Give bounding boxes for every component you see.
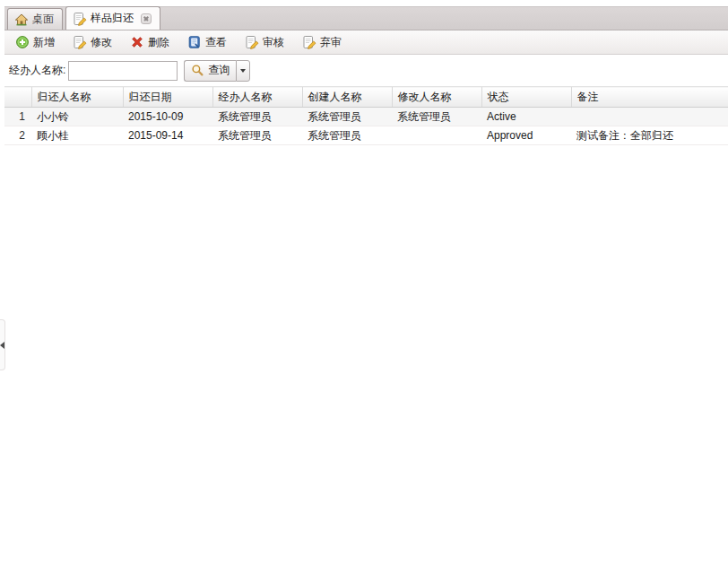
- close-icon[interactable]: [141, 13, 152, 24]
- cell-returner-name: 小小铃: [31, 108, 123, 126]
- home-icon: [14, 13, 29, 27]
- audit-icon: [245, 35, 259, 49]
- search-bar: 经办人名称: 查询: [4, 55, 728, 86]
- cell-modifier-name: 系统管理员: [392, 108, 481, 126]
- cell-handler-name: 系统管理员: [212, 126, 302, 145]
- query-button[interactable]: 查询: [184, 60, 236, 82]
- row-number: 2: [4, 126, 31, 145]
- add-icon: [15, 35, 30, 49]
- tab-desktop[interactable]: 桌面: [7, 8, 63, 30]
- cell-remarks: [571, 108, 728, 126]
- search-icon: [191, 64, 204, 77]
- tab-sample-return[interactable]: 样品归还: [65, 6, 160, 30]
- query-split-button: 查询: [184, 60, 250, 82]
- main-panel: 桌面 样品归还: [4, 6, 728, 145]
- cell-creator-name: 系统管理员: [302, 108, 392, 126]
- unaudit-button[interactable]: 弃审: [299, 33, 344, 52]
- tab-sample-return-label: 样品归还: [91, 11, 134, 26]
- view-button[interactable]: 查看: [185, 33, 230, 52]
- cell-remarks: 测试备注：全部归还: [571, 126, 728, 145]
- edit-icon: [73, 35, 87, 49]
- delete-button[interactable]: 删除: [127, 33, 172, 52]
- column-header-remarks[interactable]: 备注: [571, 87, 728, 108]
- cell-return-date: 2015-09-14: [123, 126, 212, 145]
- row-number-header[interactable]: [4, 87, 31, 108]
- cell-modifier-name: [392, 126, 481, 145]
- row-number: 1: [4, 108, 31, 126]
- west-region-splitter[interactable]: [0, 319, 5, 370]
- edit-page-icon: [73, 12, 87, 26]
- table-row[interactable]: 1 小小铃 2015-10-09 系统管理员 系统管理员 系统管理员 Activ…: [4, 108, 728, 126]
- add-button-label: 新增: [33, 35, 55, 50]
- column-header-creator-name[interactable]: 创建人名称: [302, 87, 392, 108]
- cell-status: Approved: [481, 126, 571, 145]
- column-header-handler-name[interactable]: 经办人名称: [212, 87, 302, 108]
- chevron-down-icon: [240, 69, 246, 73]
- edit-button-label: 修改: [91, 35, 112, 50]
- table-header-row: 归还人名称 归还日期 经办人名称 创建人名称 修改人名称 状态 备注: [4, 87, 728, 108]
- cell-creator-name: 系统管理员: [302, 126, 392, 145]
- column-header-status[interactable]: 状态: [481, 87, 571, 108]
- view-button-label: 查看: [205, 35, 227, 50]
- cell-return-date: 2015-10-09: [123, 108, 212, 126]
- toolbar: 新增 修改 删除: [4, 30, 728, 55]
- add-button[interactable]: 新增: [13, 33, 57, 52]
- collapse-left-icon: [0, 342, 4, 349]
- cell-returner-name: 顾小桂: [31, 126, 123, 145]
- column-header-returner-name[interactable]: 归还人名称: [31, 87, 123, 108]
- sample-return-grid: 归还人名称 归还日期 经办人名称 创建人名称 修改人名称 状态 备注 1 小小铃…: [4, 86, 728, 145]
- table-row[interactable]: 2 顾小桂 2015-09-14 系统管理员 系统管理员 Approved 测试…: [4, 126, 728, 145]
- column-header-modifier-name[interactable]: 修改人名称: [392, 87, 481, 108]
- edit-button[interactable]: 修改: [70, 33, 115, 52]
- unaudit-button-label: 弃审: [320, 35, 342, 50]
- view-icon: [187, 35, 202, 49]
- sample-return-table: 归还人名称 归还日期 经办人名称 创建人名称 修改人名称 状态 备注 1 小小铃…: [4, 86, 728, 145]
- cell-status: Active: [481, 108, 571, 126]
- query-button-label: 查询: [208, 63, 230, 78]
- tab-bar: 桌面 样品归还: [4, 6, 728, 30]
- audit-button-label: 审核: [263, 35, 284, 50]
- query-dropdown-arrow[interactable]: [236, 60, 250, 82]
- handler-name-input[interactable]: [68, 61, 178, 81]
- top-margin: [0, 0, 728, 6]
- search-field-label: 经办人名称:: [9, 63, 65, 78]
- delete-icon: [130, 35, 144, 49]
- delete-button-label: 删除: [148, 35, 169, 50]
- column-header-return-date[interactable]: 归还日期: [123, 87, 212, 108]
- app-window: 桌面 样品归还: [0, 0, 728, 574]
- unaudit-icon: [302, 35, 316, 49]
- cell-handler-name: 系统管理员: [212, 108, 302, 126]
- audit-button[interactable]: 审核: [242, 33, 287, 52]
- tab-desktop-label: 桌面: [32, 12, 54, 27]
